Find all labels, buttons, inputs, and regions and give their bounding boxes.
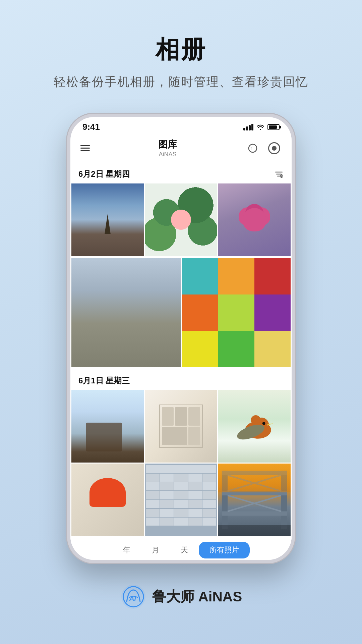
- photo-dogs[interactable]: [182, 258, 291, 367]
- brand-logo: Ai: [120, 583, 147, 610]
- photo-helmet[interactable]: [71, 464, 144, 536]
- menu-button[interactable]: [80, 145, 90, 151]
- wifi-icon: [257, 124, 264, 130]
- view-tabs: 年 月 天 所有照片: [70, 537, 292, 560]
- record-icon: [268, 142, 280, 154]
- date-label-1: 6月2日 星期四: [78, 169, 130, 179]
- photo-building-facade[interactable]: [145, 464, 217, 536]
- date-label-2: 6月1日 星期三: [78, 375, 130, 386]
- header-actions: ↑: [245, 141, 282, 156]
- photo-construction[interactable]: [218, 464, 291, 536]
- svg-text:Ai: Ai: [129, 595, 136, 602]
- svg-rect-20: [218, 525, 291, 536]
- tab-all[interactable]: 所有照片: [199, 542, 250, 558]
- bird-svg: [218, 390, 291, 463]
- photo-meeting[interactable]: [71, 390, 144, 463]
- date-header-2: 6月1日 星期三: [70, 370, 292, 390]
- brand-name: 鲁大师 AiNAS: [152, 587, 242, 606]
- date-header-1: 6月2日 星期四: [70, 163, 292, 183]
- photo-landscape[interactable]: [71, 183, 144, 256]
- photo-blueprints[interactable]: [145, 390, 217, 463]
- tab-year[interactable]: 年: [112, 542, 141, 558]
- sync-icon: ↑: [247, 142, 259, 154]
- tab-month[interactable]: 月: [141, 542, 170, 558]
- header-center: 图库 AiNAS: [158, 138, 177, 158]
- photo-leaves[interactable]: [145, 183, 217, 256]
- signal-icon: [243, 124, 253, 130]
- photo-bird[interactable]: [218, 390, 291, 463]
- photo-goat[interactable]: [71, 258, 181, 367]
- phone-mockup: 9:41: [67, 114, 295, 563]
- tab-day[interactable]: 天: [170, 542, 199, 558]
- battery-icon: [267, 124, 280, 130]
- app-header: 图库 AiNAS ↑: [70, 135, 292, 163]
- header-title: 图库: [158, 138, 177, 151]
- filter-icon[interactable]: [274, 169, 284, 179]
- status-time: 9:41: [82, 122, 100, 132]
- photo-grid-row3: [70, 390, 292, 464]
- header-subtitle: AiNAS: [158, 151, 177, 158]
- svg-text:↑: ↑: [250, 146, 252, 151]
- sync-button[interactable]: ↑: [245, 141, 260, 156]
- photo-area: 6月2日 星期四: [70, 163, 292, 560]
- photo-grid-row4: [70, 464, 292, 537]
- photo-grid-row1: [70, 183, 292, 257]
- svg-rect-15: [222, 511, 287, 516]
- record-button[interactable]: [267, 141, 282, 156]
- status-icons: [243, 124, 280, 130]
- brand-footer: Ai 鲁大师 AiNAS: [120, 583, 242, 610]
- status-bar: 9:41: [70, 117, 292, 135]
- page-title: 相册: [156, 34, 206, 66]
- photo-flower[interactable]: [218, 183, 291, 256]
- filter-svg-icon: [274, 169, 284, 179]
- svg-point-10: [262, 422, 265, 425]
- phone-shell: 9:41: [67, 114, 295, 563]
- page-subtitle: 轻松备份手机相册，随时管理、查看珍贵回忆: [54, 74, 308, 90]
